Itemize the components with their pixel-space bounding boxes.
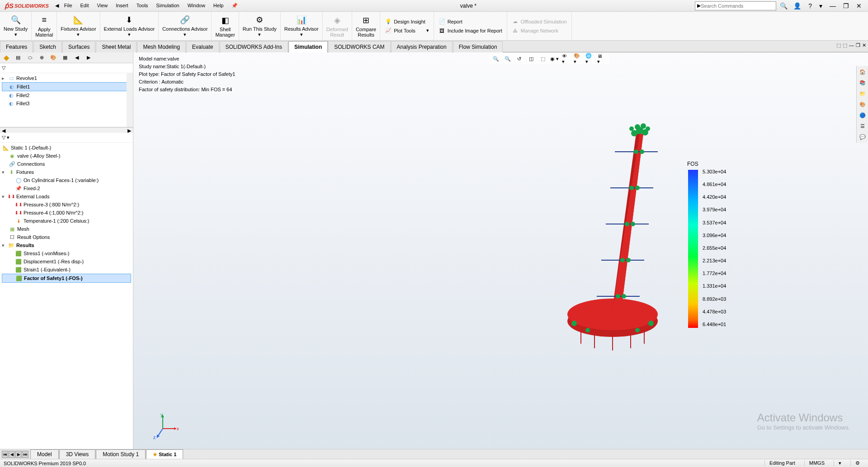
results-advisor-button[interactable]: 📊 Results Advisor ▾ (281, 12, 323, 40)
panel-nav-right-icon[interactable]: ▶ (84, 53, 93, 62)
bottom-tab-3d-views[interactable]: 3D Views (59, 449, 95, 459)
connections-advisor-button[interactable]: 🔗 Connections Advisor ▾ (159, 12, 212, 40)
close-doc-icon[interactable]: ✕ (862, 42, 866, 48)
display-style-icon[interactable]: ◉ ▾ (550, 54, 559, 63)
tab-flow-sim[interactable]: Flow Simulation (453, 41, 503, 52)
tab-nav-next[interactable]: ▶ (15, 451, 22, 458)
view-orientation-icon[interactable]: ⬚ (538, 54, 547, 63)
tree-item-result-plot[interactable]: 🟩 Strain1 (-Equivalent-) (2, 266, 131, 274)
tree-item-result-plot-fos[interactable]: 🟩 Factor of Safety1 (-FOS-) (2, 274, 131, 283)
run-study-button[interactable]: ⚙ Run This Study ▾ (239, 12, 281, 40)
design-insight-button[interactable]: 💡 Design Insight (383, 18, 431, 26)
minimize-doc-icon[interactable]: — (849, 42, 854, 48)
zoom-fit-icon[interactable]: 🔍 (491, 54, 500, 63)
prev-view-icon[interactable]: ↺ (515, 54, 524, 63)
plot-tools-button[interactable]: 📈 Plot Tools ▾ (383, 27, 431, 35)
property-manager-tab-icon[interactable]: ▤ (14, 53, 23, 62)
tree-item-fillet[interactable]: ◐ Fillet1 (2, 82, 131, 91)
view-triad[interactable]: x y z (151, 413, 179, 440)
custom-props-icon[interactable]: ☰ (858, 121, 868, 131)
dropdown-arrow-icon[interactable]: ▾ (128, 32, 131, 37)
tree-item-study[interactable]: 📐 Static 1 (-Default-) (2, 144, 131, 152)
tab-analysis-prep[interactable]: Analysis Preparation (391, 41, 453, 52)
tree-item-mesh[interactable]: ▦ Mesh (2, 225, 131, 233)
menu-pin-icon[interactable]: 📌 (228, 1, 241, 10)
menu-simulation[interactable]: Simulation (152, 1, 183, 10)
tree-item-fixtures[interactable]: ▾ ⬇ Fixtures (2, 168, 131, 176)
dropdown-arrow-icon[interactable]: ▾ (77, 32, 80, 37)
appearance-icon[interactable]: 🎨 ▾ (574, 54, 583, 63)
home-tab-icon[interactable]: 🏠 (858, 67, 868, 77)
apply-material-button[interactable]: ≡ ApplyMaterial (32, 12, 57, 40)
collapse-panel-icon[interactable]: ⬚ (843, 42, 847, 48)
color-legend[interactable]: FOS 5.303e+04 (701, 161, 791, 173)
scene-icon[interactable]: 🌐 ▾ (585, 54, 594, 63)
dropdown-icon[interactable]: ▾ (816, 1, 825, 10)
tree-item-fixture[interactable]: ◯ On Cylindrical Faces-1 (:variable:) (2, 176, 131, 184)
bottom-tab-motion-study[interactable]: Motion Study 1 (96, 449, 146, 459)
shell-manager-button[interactable]: ◧ ShellManager (212, 12, 239, 40)
tree-item-part[interactable]: ◉ valve (-Alloy Steel-) (2, 152, 131, 160)
new-study-button[interactable]: 🔍 New Study ▾ (0, 12, 32, 40)
dropdown-arrow-icon[interactable]: ▾ (14, 32, 17, 37)
tree-item-results[interactable]: ▾ 📁 Results (2, 241, 131, 249)
menu-edit[interactable]: Edit (77, 1, 93, 10)
tree-item-connections[interactable]: 🔗 Connections (2, 160, 131, 168)
config-manager-tab-icon[interactable]: ⬭ (25, 53, 34, 62)
feature-manager-tab-icon[interactable]: ◆ (2, 53, 11, 62)
menu-insert[interactable]: Insert (112, 1, 132, 10)
dropdown-arrow-icon[interactable]: ▾ (258, 32, 261, 37)
compare-results-button[interactable]: ⊞ CompareResults (352, 12, 380, 40)
menu-window[interactable]: Window (184, 1, 209, 10)
search-expand-icon[interactable]: ▶ (697, 3, 701, 9)
tab-simulation[interactable]: Simulation (288, 41, 328, 52)
menu-file[interactable]: File (61, 1, 76, 10)
external-loads-advisor-button[interactable]: ⬇ External Loads Advisor ▾ (100, 12, 159, 40)
dropdown-arrow-icon[interactable]: ▾ (184, 32, 186, 37)
view-palette-icon[interactable]: 🎨 (858, 99, 868, 109)
tab-evaluate[interactable]: Evaluate (186, 41, 219, 52)
filter-icon[interactable]: ▽ (2, 65, 5, 71)
horizontal-scrollbar[interactable]: ◀▶ (0, 127, 133, 133)
tab-sketch[interactable]: Sketch (33, 41, 62, 52)
search-icon[interactable]: 🔍 (778, 2, 789, 9)
user-icon[interactable]: 👤 (791, 1, 804, 10)
cam-tab-icon[interactable]: ▦ (61, 53, 70, 62)
minimize-button[interactable]: — (827, 1, 839, 10)
help-icon[interactable]: ? (806, 1, 815, 10)
tree-item-fixture[interactable]: 📌 Fixed-2 (2, 184, 131, 192)
vertical-scrollbar[interactable] (127, 73, 133, 127)
restore-doc-icon[interactable]: ❐ (856, 42, 860, 48)
file-explorer-icon[interactable]: 📁 (858, 89, 868, 98)
status-rebuild-icon[interactable]: ⚙ (850, 460, 864, 466)
tree-collapse-icon[interactable]: ▾ (2, 194, 7, 200)
tab-nav-prev[interactable]: ◀ (9, 451, 15, 458)
dropdown-arrow-icon[interactable]: ▾ (426, 28, 429, 33)
search-commands-box[interactable]: ▶ (695, 1, 776, 10)
tab-nav-last[interactable]: ⏭ (22, 451, 28, 458)
menu-help[interactable]: Help (210, 1, 227, 10)
tree-item-result-options[interactable]: ☐ Result Options (2, 233, 131, 241)
search-input[interactable] (701, 3, 774, 9)
design-library-icon[interactable]: 📚 (858, 78, 868, 88)
restore-button[interactable]: ❐ (840, 1, 852, 10)
tree-item-load[interactable]: ⬇⬇ Pressure-4 (:1,000 N/m^2:) (2, 209, 131, 217)
tree-expand-icon[interactable]: ▸ (2, 75, 7, 81)
panel-nav-left-icon[interactable]: ◀ (72, 53, 81, 62)
tree-item-load[interactable]: ⬇⬇ Pressure-3 (:800 N/m^2:) (2, 201, 131, 209)
tab-features[interactable]: Features (0, 41, 33, 52)
expand-panel-icon[interactable]: ⬚ (836, 42, 841, 48)
zoom-area-icon[interactable]: 🔍 (503, 54, 512, 63)
appearance-tab-icon[interactable]: 🔵 (858, 110, 868, 120)
report-button[interactable]: 📄 Report (437, 18, 504, 26)
tab-addins[interactable]: SOLIDWORKS Add-Ins (220, 41, 288, 52)
forum-icon[interactable]: 💬 (858, 132, 868, 142)
tree-item-result-plot[interactable]: 🟩 Stress1 (-vonMises-) (2, 249, 131, 257)
filter-icon[interactable]: ▽ ▾ (2, 135, 9, 140)
bottom-tab-static1[interactable]: ★Static 1 (146, 449, 183, 459)
hide-show-icon[interactable]: 👁 ▾ (562, 54, 571, 63)
tree-item-fillet[interactable]: ◐ Fillet2 (2, 91, 131, 99)
tree-item-fillet[interactable]: ◐ Fillet3 (2, 99, 131, 107)
tab-surfaces[interactable]: Surfaces (62, 41, 95, 52)
tree-collapse-icon[interactable]: ▾ (2, 169, 7, 175)
